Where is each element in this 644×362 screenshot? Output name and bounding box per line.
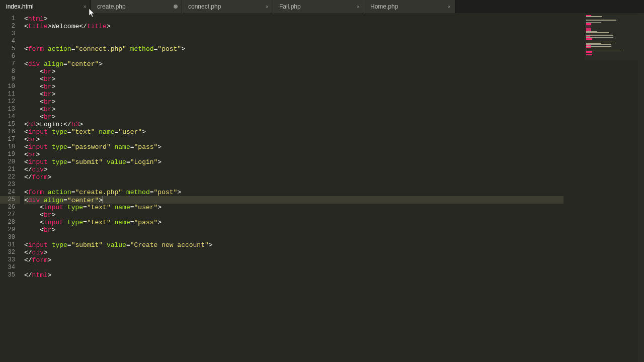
line-number: 11 [0, 90, 20, 98]
code-line[interactable]: <input type="text" name="pass"> [24, 219, 564, 226]
tab-label: connect.php [188, 3, 221, 10]
line-number: 2 [0, 23, 20, 30]
minimap-line [586, 28, 591, 29]
tab-connect-php[interactable]: connect.php× [182, 0, 273, 13]
code-line[interactable]: </div> [24, 249, 564, 256]
code-line[interactable]: <form action="create.php" method="post"> [24, 189, 564, 196]
line-number: 28 [0, 219, 20, 226]
line-number: 14 [0, 113, 20, 121]
minimap-line [586, 43, 601, 44]
tab-index-html[interactable]: index.html× [0, 0, 91, 13]
line-number: 31 [0, 241, 20, 249]
line-number: 21 [0, 166, 20, 173]
code-content[interactable]: <html><title>Welcome</title><form action… [24, 13, 564, 279]
code-line[interactable]: <br> [24, 151, 564, 158]
tab-Fail-php[interactable]: Fail.php× [273, 0, 364, 13]
line-number: 10 [0, 83, 20, 90]
code-line[interactable]: <div align="center"> [24, 60, 564, 68]
code-line[interactable]: </html> [24, 272, 564, 279]
code-line[interactable]: </form> [24, 173, 564, 181]
minimap-line [586, 16, 602, 17]
line-gutter: 1234567891011121314151617181920212223242… [0, 13, 20, 279]
close-icon[interactable]: × [352, 4, 360, 10]
code-line[interactable]: <br> [24, 83, 564, 90]
tab-label: create.php [97, 3, 126, 10]
line-number: 33 [0, 256, 20, 264]
close-icon[interactable]: × [78, 4, 87, 10]
minimap-line [586, 35, 613, 36]
code-line[interactable]: </form> [24, 256, 564, 264]
line-number: 3 [0, 30, 20, 38]
code-line[interactable]: <div align="center"> [24, 196, 564, 204]
minimap-line [586, 54, 592, 55]
minimap-line [586, 45, 591, 46]
minimap-line [586, 50, 622, 51]
minimap-line [586, 23, 591, 24]
editor-area[interactable]: 1234567891011121314151617181920212223242… [0, 13, 644, 362]
code-line[interactable]: <br> [24, 226, 564, 234]
code-line[interactable]: <input type="submit" value="Create new a… [24, 241, 564, 249]
code-line[interactable]: <br> [24, 211, 564, 219]
code-line[interactable] [24, 234, 564, 241]
tab-label: Fail.php [279, 3, 301, 10]
tab-label: Home.php [370, 3, 398, 10]
code-line[interactable]: <br> [24, 106, 564, 113]
code-line[interactable] [24, 181, 564, 189]
code-line[interactable]: <br> [24, 68, 564, 75]
line-number: 27 [0, 211, 20, 219]
line-number: 20 [0, 158, 20, 166]
minimap-line [586, 36, 590, 37]
close-icon[interactable]: × [261, 4, 269, 10]
code-line[interactable]: <br> [24, 98, 564, 106]
minimap-line [586, 52, 592, 53]
line-number: 9 [0, 75, 20, 83]
line-number: 15 [0, 121, 20, 128]
code-line[interactable]: <input type="text" name="user"> [24, 128, 564, 136]
minimap-line [586, 24, 591, 25]
minimap-line [586, 15, 591, 16]
code-line[interactable]: <html> [24, 15, 564, 23]
minimap-line [586, 38, 592, 39]
minimap[interactable] [585, 15, 640, 60]
line-number: 22 [0, 173, 20, 181]
line-number: 25 [0, 196, 20, 204]
code-line[interactable]: <input type="password" name="pass"> [24, 143, 564, 151]
line-number: 8 [0, 68, 20, 75]
code-line[interactable] [24, 53, 564, 60]
close-icon[interactable]: × [443, 4, 451, 10]
minimap-line [586, 26, 591, 27]
tab-create-php[interactable]: create.php [91, 0, 182, 13]
code-line[interactable]: </div> [24, 166, 564, 173]
code-line[interactable]: <h3>Login:</h3> [24, 121, 564, 128]
line-number: 16 [0, 128, 20, 136]
line-number: 12 [0, 98, 20, 106]
line-number: 32 [0, 249, 20, 256]
text-caret [103, 196, 103, 203]
tab-bar: index.html×create.phpconnect.php×Fail.ph… [0, 0, 644, 13]
line-number: 13 [0, 106, 20, 113]
minimap-line [586, 47, 591, 48]
line-number: 23 [0, 181, 20, 189]
code-line[interactable]: <br> [24, 90, 564, 98]
minimap-line [586, 22, 601, 23]
code-line[interactable]: <title>Welcome</title> [24, 23, 564, 30]
code-line[interactable] [24, 38, 564, 45]
minimap-line [586, 30, 591, 31]
line-number: 24 [0, 189, 20, 196]
tab-Home-php[interactable]: Home.php× [364, 0, 455, 13]
code-line[interactable] [24, 264, 564, 272]
code-line[interactable]: <form action="connect.php" method="post"… [24, 45, 564, 53]
minimap-line [586, 20, 616, 21]
code-line[interactable]: <input type="submit" value="Login"> [24, 158, 564, 166]
scrollbar-track[interactable] [638, 13, 644, 362]
tab-label: index.html [6, 3, 34, 10]
code-line[interactable] [24, 30, 564, 38]
line-number: 7 [0, 60, 20, 68]
code-line[interactable]: <br> [24, 136, 564, 143]
minimap-line [586, 51, 592, 52]
code-line[interactable]: <br> [24, 75, 564, 83]
line-number: 6 [0, 53, 20, 60]
code-line[interactable]: <br> [24, 113, 564, 121]
line-number: 30 [0, 234, 20, 241]
code-line[interactable]: <input type="text" name="user"> [24, 204, 564, 211]
